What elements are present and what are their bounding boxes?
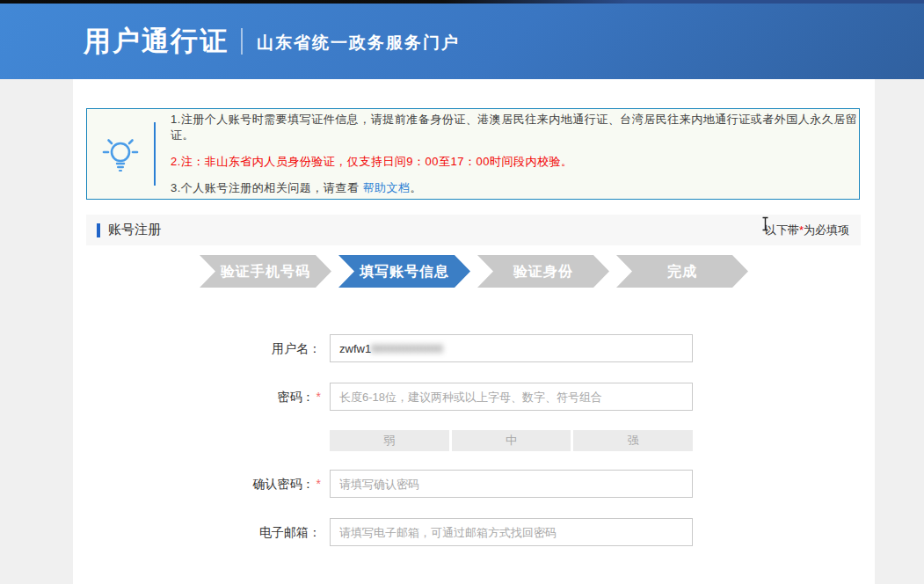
notice-box: 1.注册个人账号时需要填写证件信息，请提前准备身份证、港澳居民往来内地通行证、台… bbox=[86, 108, 860, 200]
email-label: 电子邮箱： bbox=[73, 518, 330, 546]
email-row: 电子邮箱： bbox=[73, 518, 875, 546]
step-verify-identity: 验证身份 bbox=[477, 255, 609, 288]
username-input[interactable]: zwfw10000000000 bbox=[330, 334, 693, 362]
password-strength-bar: 弱 中 强 bbox=[330, 430, 693, 451]
page-header: 用户通行证 山东省统一政务服务门户 bbox=[0, 4, 924, 79]
lightbulb-icon bbox=[87, 135, 154, 173]
confirm-password-label: 确认密码：* bbox=[73, 470, 330, 498]
page-body: 1.注册个人账号时需要填写证件信息，请提前准备身份证、港澳居民往来内地通行证、台… bbox=[0, 79, 924, 584]
password-row: 密码：* bbox=[73, 383, 875, 411]
page-subtitle: 山东省统一政务服务门户 bbox=[257, 28, 460, 55]
username-value: zwfw1 bbox=[339, 342, 371, 355]
confirm-password-label-text: 确认密码： bbox=[253, 477, 315, 491]
password-required-star: * bbox=[316, 390, 321, 404]
strength-weak: 弱 bbox=[330, 430, 449, 451]
section-bar: 账号注册 以下带*为必填项 bbox=[86, 215, 861, 245]
notice-line-3-period: 。 bbox=[410, 181, 422, 194]
password-strength-row: 弱 中 强 bbox=[73, 430, 875, 451]
required-note-suffix: 为必填项 bbox=[804, 223, 849, 237]
notice-line-3-text: 3.个人账号注册的相关问题，请查看 bbox=[171, 181, 362, 194]
confirm-password-input[interactable] bbox=[330, 470, 693, 498]
strength-medium: 中 bbox=[452, 430, 571, 451]
section-marker bbox=[97, 223, 100, 237]
username-value-redacted: 0000000000 bbox=[371, 342, 443, 355]
password-label: 密码：* bbox=[73, 383, 330, 411]
page-title: 用户通行证 bbox=[84, 23, 229, 60]
step-verify-phone: 验证手机号码 bbox=[200, 255, 331, 288]
email-input[interactable] bbox=[330, 518, 693, 546]
username-row: 用户名： zwfw10000000000 bbox=[73, 334, 875, 362]
notice-line-3: 3.个人账号注册的相关问题，请查看 帮助文档。 bbox=[171, 180, 859, 196]
strength-strong: 强 bbox=[573, 430, 693, 451]
help-doc-link[interactable]: 帮助文档 bbox=[362, 181, 410, 194]
confirm-password-required-star: * bbox=[316, 477, 321, 491]
step-complete: 完成 bbox=[616, 255, 748, 288]
confirm-password-row: 确认密码：* bbox=[73, 470, 875, 498]
header-divider bbox=[241, 28, 243, 55]
step-wizard: 验证手机号码 填写账号信息 验证身份 完成 bbox=[200, 255, 748, 288]
section-title: 账号注册 bbox=[108, 222, 161, 238]
required-note-prefix: 以下带 bbox=[765, 223, 799, 237]
content-panel: 1.注册个人账号时需要填写证件信息，请提前准备身份证、港澳居民往来内地通行证、台… bbox=[73, 79, 875, 584]
username-label-text: 用户名： bbox=[272, 341, 321, 355]
password-input[interactable] bbox=[330, 383, 693, 411]
required-note: 以下带*为必填项 bbox=[765, 223, 849, 238]
text-cursor bbox=[761, 216, 769, 231]
registration-form: 用户名： zwfw10000000000 密码：* 弱 中 强 确认密码：* bbox=[73, 334, 875, 546]
strength-spacer bbox=[73, 430, 330, 451]
notice-line-1: 1.注册个人账号时需要填写证件信息，请提前准备身份证、港澳居民往来内地通行证、台… bbox=[171, 112, 859, 143]
step-fill-account-info: 填写账号信息 bbox=[338, 255, 470, 288]
notice-line-2: 2.注：非山东省内人员身份验证，仅支持日间9：00至17：00时间段内校验。 bbox=[171, 154, 859, 170]
email-label-text: 电子邮箱： bbox=[259, 525, 321, 539]
username-label: 用户名： bbox=[73, 334, 330, 362]
password-label-text: 密码： bbox=[278, 390, 315, 404]
